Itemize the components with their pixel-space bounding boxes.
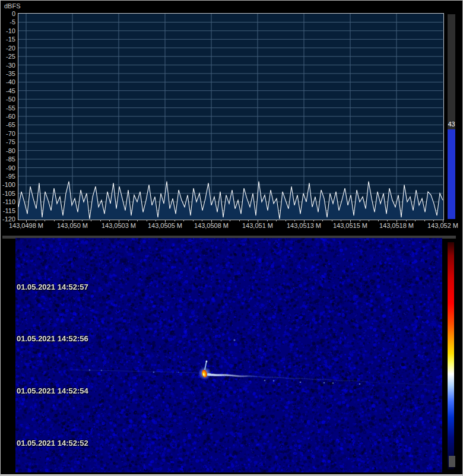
x-minor-tick (276, 220, 277, 221)
x-minor-tick (322, 220, 323, 221)
x-minor-tick (63, 220, 64, 221)
x-minor-tick (202, 220, 202, 221)
waterfall-timestamp: 01.05.2021 14:52:54 (17, 386, 88, 395)
signal-level-meter (448, 14, 455, 219)
x-tick-label: 143,051 M (231, 222, 284, 229)
scrollbar-stub (449, 456, 455, 467)
x-minor-tick (193, 220, 194, 221)
x-tick-label: 143,0505 M (138, 222, 192, 229)
x-minor-tick (433, 220, 434, 221)
y-tick-label: -80 (0, 147, 15, 154)
x-minor-tick (230, 220, 230, 221)
x-minor-tick (91, 220, 91, 221)
spectrum-trace-svg (18, 14, 443, 220)
x-minor-tick (183, 220, 184, 221)
x-minor-tick (156, 220, 156, 221)
y-tick-label: -65 (0, 121, 15, 128)
x-minor-tick (82, 220, 83, 221)
y-tick-label: -30 (0, 62, 15, 69)
y-tick-label: -35 (0, 70, 15, 77)
y-tick-label: -115 (0, 207, 15, 214)
x-minor-tick (267, 220, 268, 221)
x-minor-tick (294, 220, 295, 221)
x-minor-tick (286, 220, 286, 221)
x-tick-label: 143,052 M (416, 222, 463, 229)
x-tick-label: 143,0498 M (0, 222, 53, 229)
x-tick-label: 143,050 M (46, 222, 99, 229)
x-minor-tick (378, 220, 379, 221)
x-minor-tick (100, 220, 101, 221)
y-tick-label: -95 (0, 173, 15, 180)
x-minor-tick (109, 220, 110, 221)
waterfall-timestamp: 01.05.2021 14:52:57 (17, 283, 88, 291)
x-minor-tick (147, 220, 147, 221)
signal-level-meter-value: 43 (446, 120, 456, 128)
y-tick-label: -55 (0, 104, 15, 112)
x-minor-tick (332, 220, 332, 221)
x-minor-tick (360, 220, 360, 221)
y-tick-label: -90 (0, 164, 15, 172)
y-tick-label: -40 (0, 78, 15, 85)
x-minor-tick (239, 220, 240, 221)
spectrum-plot-area[interactable] (18, 13, 444, 220)
x-minor-tick (313, 220, 314, 221)
x-tick-label: 143,0518 M (370, 222, 423, 229)
y-tick-label: -5 (0, 18, 15, 26)
x-minor-tick (128, 220, 129, 221)
signal-level-meter-fill (448, 129, 455, 219)
waterfall-display[interactable] (15, 238, 442, 472)
waterfall-colorbar (448, 242, 454, 469)
y-tick-label: -50 (0, 96, 15, 103)
x-minor-tick (137, 220, 138, 221)
x-minor-tick (424, 220, 425, 221)
x-minor-tick (221, 220, 221, 221)
sdr-application-window: { "spectrum_panel": { "unit_label": "dBF… (0, 0, 463, 476)
x-tick-label: 143,0513 M (277, 222, 331, 229)
x-minor-tick (369, 220, 369, 221)
x-minor-tick (387, 220, 388, 221)
y-tick-label: -25 (0, 53, 15, 60)
y-tick-label: -100 (0, 181, 15, 188)
x-tick-label: 143,0508 M (185, 222, 238, 229)
x-minor-tick (54, 220, 55, 221)
y-tick-label: 0 (0, 10, 15, 17)
x-minor-tick (248, 220, 249, 221)
y-tick-label: -70 (0, 130, 15, 137)
x-minor-tick (36, 220, 36, 221)
x-tick-label: 143,0515 M (324, 222, 377, 229)
x-minor-tick (45, 220, 45, 221)
y-axis-unit-label: dBFS (4, 2, 21, 9)
y-tick-label: -110 (0, 198, 15, 205)
y-tick-label: -10 (0, 27, 15, 34)
y-tick-label: -45 (0, 87, 15, 94)
x-tick-label: 143,0503 M (92, 222, 145, 229)
y-tick-label: -60 (0, 113, 15, 120)
x-minor-tick (341, 220, 341, 221)
y-tick-label: -85 (0, 156, 15, 163)
waterfall-timestamp: 01.05.2021 14:52:56 (17, 334, 88, 343)
y-tick-label: -105 (0, 190, 15, 197)
y-tick-label: -75 (0, 138, 15, 145)
x-minor-tick (406, 220, 407, 221)
y-tick-label: -20 (0, 45, 15, 52)
waterfall-timestamp: 01.05.2021 14:52:52 (17, 439, 88, 448)
x-minor-tick (175, 220, 175, 221)
y-tick-label: -15 (0, 36, 15, 43)
x-minor-tick (415, 220, 416, 221)
window-bottom-border (1, 474, 463, 475)
